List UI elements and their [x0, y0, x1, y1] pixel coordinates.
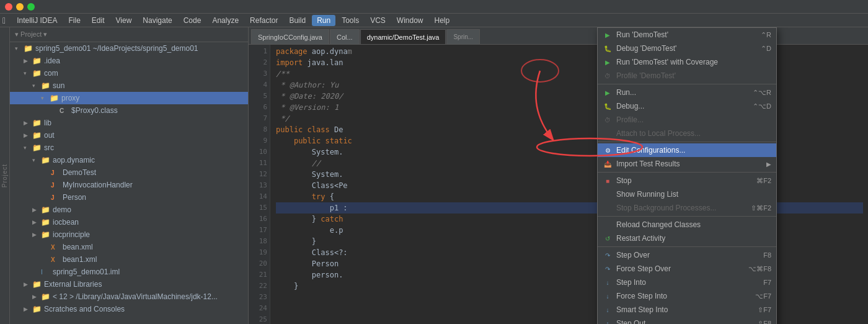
tab-demotest[interactable]: dynamic/DemoTest.java [360, 29, 446, 44]
tree-item-src[interactable]: ▾ 📁 src [10, 142, 248, 154]
tree-item-demotest[interactable]: J DemoTest [10, 166, 248, 179]
menu-shortcut: ⇧⌘F2 [751, 204, 771, 212]
tab-springioc[interactable]: SpringIoCConfig.java [251, 29, 329, 44]
tree-item-jdk[interactable]: ▶ 📁 < 12 > /Library/Java/JavaVirtualMach… [10, 290, 248, 303]
menu-label: Debug 'DemoTest' [616, 44, 676, 53]
tree-item-bean1xml[interactable]: X bean1.xml [10, 253, 248, 266]
tree-label: aop.dynamic [53, 156, 95, 164]
menu-import-test[interactable]: 📥 Import Test Results ▶ [598, 157, 776, 171]
menu-step-into[interactable]: ↓ Step Into F7 [598, 276, 776, 289]
tree-item-iml[interactable]: I spring5_demo01.iml [10, 266, 248, 278]
menu-label: Show Running List [616, 190, 678, 199]
menu-intellij[interactable]: IntelliJ IDEA [12, 15, 62, 26]
sidebar: ▾ Project ▾ ▾ 📁 spring5_demo01 ~/IdeaPro… [10, 27, 249, 324]
menu-label: Profile... [616, 115, 644, 124]
menu-debug[interactable]: 🐛 Debug... ⌃⌥D [598, 99, 776, 113]
menu-smart-step-into[interactable]: ↓ Smart Step Into ⇧F7 [598, 303, 776, 317]
tree-arrow: ▾ [24, 145, 32, 151]
menu-build[interactable]: Build [284, 15, 311, 26]
menu-show-running[interactable]: Show Running List [598, 187, 776, 201]
menu-window[interactable]: Window [392, 15, 428, 26]
menu-tools[interactable]: Tools [337, 15, 364, 26]
menu-stop-bg[interactable]: Stop Background Processes... ⇧⌘F2 [598, 201, 776, 215]
menu-step-over[interactable]: ↷ Step Over F8 [598, 248, 776, 262]
tree-item-proxy[interactable]: ▾ 📁 proxy [10, 92, 248, 104]
folder-icon: 📁 [32, 280, 42, 289]
run-icon: ▶ [603, 88, 613, 97]
tree-label: src [44, 143, 54, 152]
menu-run-demotest[interactable]: ▶ Run 'DemoTest' ⌃R [598, 28, 776, 42]
tree-item-spring5[interactable]: ▾ 📁 spring5_demo01 ~/IdeaProjects/spring… [10, 42, 248, 55]
minimize-button[interactable] [16, 3, 24, 11]
menu-reload-classes[interactable]: Reload Changed Classes [598, 218, 776, 232]
menu-navigate[interactable]: Navigate [138, 15, 177, 26]
menu-force-step-over[interactable]: ↷ Force Step Over ⌥⌘F8 [598, 262, 776, 276]
force-step-over-icon: ↷ [603, 264, 613, 274]
menu-force-step-into[interactable]: ↓ Force Step Into ⌥F7 [598, 289, 776, 303]
menu-attach-local[interactable]: Attach to Local Process... [598, 127, 776, 140]
stop-icon: ■ [603, 176, 613, 186]
menu-refactor[interactable]: Refactor [245, 15, 283, 26]
tree-item-out[interactable]: ▶ 📁 out [10, 129, 248, 142]
tree-item-proxy0[interactable]: C $Proxy0.class [10, 104, 248, 117]
tree-item-lib[interactable]: ▶ 📁 lib [10, 117, 248, 129]
menu-edit[interactable]: Edit [87, 15, 110, 26]
tree-label: $Proxy0.class [71, 106, 118, 115]
tree-arrow: ▶ [24, 120, 32, 126]
menu-code[interactable]: Code [179, 15, 206, 26]
attach-icon [603, 128, 613, 138]
xml-icon: X [51, 244, 61, 251]
menu-vcs[interactable]: VCS [365, 15, 391, 26]
menu-stop[interactable]: ■ Stop ⌘F2 [598, 174, 776, 187]
submenu-arrow-icon: ▶ [766, 161, 771, 168]
tree-item-person[interactable]: J Person [10, 191, 248, 204]
menu-edit-configurations[interactable]: ⚙ Edit Configurations... [598, 143, 776, 157]
maximize-button[interactable] [27, 3, 35, 11]
tab-spring-right[interactable]: Sprin... [446, 29, 480, 44]
tree-item-iocbean[interactable]: ▶ 📁 iocbean [10, 216, 248, 228]
close-button[interactable] [5, 3, 12, 11]
menu-analyze[interactable]: Analyze [207, 15, 244, 26]
java-icon: J [51, 194, 61, 201]
tree-item-extlibs[interactable]: ▶ 📁 External Libraries [10, 278, 248, 290]
tree-label: proxy [61, 94, 79, 102]
menu-shortcut: ⌃R [761, 31, 771, 39]
tree-item-demo[interactable]: ▶ 📁 demo [10, 204, 248, 216]
menu-shortcut: F7 [763, 279, 771, 286]
tree-label: Scratches and Consoles [44, 305, 125, 313]
menu-debug-demotest[interactable]: 🐛 Debug 'DemoTest' ⌃D [598, 42, 776, 55]
step-out-icon: ↑ [603, 318, 613, 324]
tree-item-sun[interactable]: ▾ 📁 sun [10, 79, 248, 92]
tree-item-com[interactable]: ▾ 📁 com [10, 67, 248, 79]
tab-col[interactable]: Col... [330, 29, 360, 44]
class-icon: C [60, 107, 69, 114]
menu-profile-demotest[interactable]: ⏱ Profile 'DemoTest' [598, 69, 776, 83]
menu-run[interactable]: ▶ Run... ⌃⌥R [598, 86, 776, 99]
tree-label: iocprinciple [53, 230, 90, 239]
menu-sep-2 [598, 142, 776, 142]
menu-step-out[interactable]: ↑ Step Out ⇧F8 [598, 317, 776, 324]
tree-item-invhandler[interactable]: J MyInvocationHandler [10, 179, 248, 191]
tree-item-iocprinc[interactable]: ▶ 📁 iocprinciple [10, 228, 248, 241]
menu-run[interactable]: Run [312, 15, 335, 26]
menu-file[interactable]: File [63, 15, 85, 26]
tree-arrow: ▾ [24, 70, 32, 76]
menu-shortcut: ⌥F7 [755, 292, 771, 300]
line-numbers: 12345 678910 1112131415 1617181920 21222… [249, 45, 270, 324]
apple-menu[interactable]:  [2, 16, 6, 25]
tree-label: External Libraries [44, 280, 102, 289]
tree-item-aop-dynamic[interactable]: ▾ 📁 aop.dynamic [10, 154, 248, 166]
tree-item-beanxml[interactable]: X bean.xml [10, 241, 248, 253]
menu-restart-activity[interactable]: ↺ Restart Activity [598, 232, 776, 245]
project-strip-label: Project [1, 164, 8, 187]
folder-icon: 📁 [41, 218, 51, 227]
menu-help[interactable]: Help [430, 15, 455, 26]
tree-item-idea[interactable]: ▶ 📁 .idea [10, 55, 248, 67]
menu-run-coverage[interactable]: ▶ Run 'DemoTest' with Coverage [598, 55, 776, 69]
tree-item-scratches[interactable]: ▶ 📁 Scratches and Consoles [10, 303, 248, 315]
run-icon: ▶ [603, 30, 613, 40]
menu-label: Edit Configurations... [616, 146, 685, 155]
menu-view[interactable]: View [111, 15, 137, 26]
folder-icon: 📁 [41, 205, 51, 214]
menu-profile[interactable]: ⏱ Profile... [598, 113, 776, 127]
